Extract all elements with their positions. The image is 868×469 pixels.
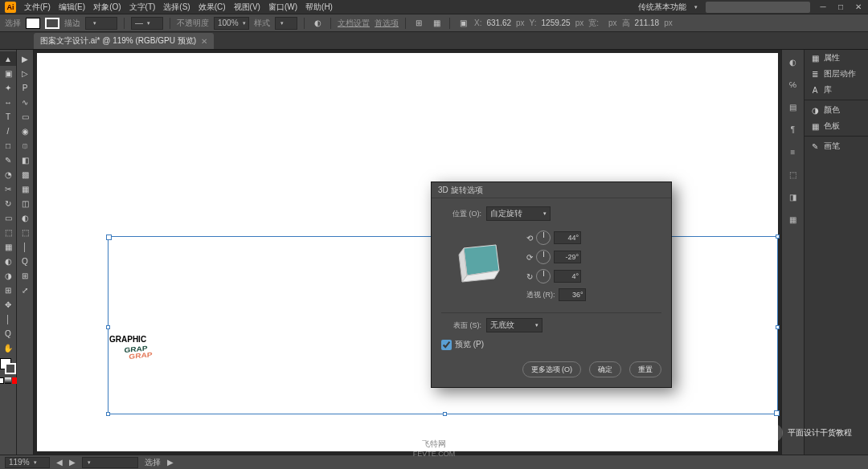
zoom-dropdown[interactable]: 119%	[5, 457, 50, 468]
line-tool[interactable]: /	[0, 124, 16, 138]
h-value[interactable]: 211.18	[635, 18, 660, 27]
surface-dropdown[interactable]: 无底纹▾	[486, 318, 542, 332]
3d-rotate-dialog[interactable]: 3D 旋转选项 位置 (O): 自定旋转▾ ⟲ ⟳ ↻ 透视 (R): 表面	[431, 181, 672, 388]
column-graph-tool[interactable]: ◫	[17, 196, 33, 210]
rotation-cube-widget[interactable]	[449, 230, 510, 292]
y-angle-input[interactable]	[554, 251, 581, 263]
more-options-button[interactable]: 更多选项 (O)	[522, 361, 582, 377]
slice-select-tool[interactable]: ⊞	[17, 268, 33, 283]
hand-tool[interactable]: ✋	[0, 341, 16, 355]
menu-type[interactable]: 文字(T)	[129, 2, 156, 13]
pathfinder-panel-icon[interactable]: ▦	[784, 210, 802, 228]
menu-file[interactable]: 文件(F)	[24, 2, 51, 13]
recolor-icon[interactable]: ◐	[311, 17, 324, 30]
z-angle-input[interactable]	[554, 270, 581, 283]
artboard-tool[interactable]: ▣	[0, 66, 16, 80]
fill-swatch[interactable]	[26, 18, 40, 29]
paragraph-panel-icon[interactable]: ≡	[784, 143, 802, 161]
warp-tool[interactable]: ▩	[17, 167, 33, 181]
align-icon[interactable]: ⊞	[412, 17, 425, 30]
status-nav-next-icon[interactable]: ▶	[69, 458, 76, 467]
lasso-tool[interactable]: ↔	[0, 95, 16, 109]
ok-button[interactable]: 确定	[589, 361, 621, 377]
transform-icon[interactable]: ▦	[430, 17, 443, 30]
measure-tool[interactable]: │	[17, 239, 33, 254]
character-panel-icon[interactable]: ¶	[784, 120, 802, 138]
document-tab[interactable]: 图案文字设计.ai* @ 119% (RGB/GPU 预览) ✕	[34, 33, 214, 49]
group-select-tool[interactable]: ▷	[17, 66, 33, 80]
workspace-switcher[interactable]: 传统基本功能	[638, 2, 686, 13]
paintbrush-tool[interactable]: ✎	[0, 153, 16, 167]
stroke-swatch[interactable]	[45, 18, 59, 29]
y-value[interactable]: 1259.25	[542, 18, 571, 27]
blend-tool[interactable]: │	[0, 312, 16, 326]
shape-builder-tool[interactable]: ▦	[0, 239, 16, 254]
close-icon[interactable]: ✕	[854, 2, 863, 11]
magic-wand-tool[interactable]: ✦	[0, 80, 16, 95]
menu-help[interactable]: 帮助(H)	[305, 2, 333, 13]
rotate-tool[interactable]: ↻	[0, 196, 16, 210]
status-nav-prev-icon[interactable]: ◀	[56, 458, 63, 467]
rectangle-tool[interactable]: □	[0, 138, 16, 153]
print-tiling-tool[interactable]: Q	[17, 254, 33, 268]
layers-panel-tab[interactable]: ≣图层动作	[805, 66, 868, 82]
live-paint-tool[interactable]: ▦	[17, 181, 33, 196]
doc-setup-link[interactable]: 文档设置	[338, 18, 370, 29]
scissors-tool[interactable]: ✂	[0, 181, 16, 196]
symbol-sprayer-tool[interactable]: ⬚	[17, 225, 33, 239]
color-panel-tab[interactable]: ◑颜色	[805, 102, 868, 118]
properties-panel-tab[interactable]: ▦属性	[805, 50, 868, 66]
swatches-panel-tab[interactable]: ▦色板	[805, 118, 868, 134]
brush-dropdown[interactable]: —	[131, 17, 163, 30]
libraries-panel-tab[interactable]: A库	[805, 82, 868, 98]
x-angle-dial[interactable]	[536, 230, 551, 245]
x-value[interactable]: 631.62	[486, 18, 511, 27]
shaper-tool[interactable]: ◔	[0, 167, 16, 181]
minimize-icon[interactable]: ─	[818, 2, 828, 11]
x-angle-input[interactable]	[554, 231, 581, 244]
curvature-tool[interactable]: ∿	[17, 95, 33, 109]
slice-tool[interactable]: ◐	[17, 210, 33, 225]
menu-edit[interactable]: 编辑(E)	[59, 2, 85, 13]
menu-effect[interactable]: 效果(C)	[199, 2, 226, 13]
perspective-input[interactable]	[559, 288, 586, 301]
pen-tool[interactable]: P	[17, 80, 33, 95]
direct-select-tool[interactable]: ▶	[17, 51, 33, 66]
selection-tool[interactable]: ▲	[0, 51, 16, 66]
ellipse-tool[interactable]: ◉	[17, 124, 33, 138]
eraser-tool[interactable]: ⎅	[17, 138, 33, 153]
width-tool[interactable]: ▭	[0, 210, 16, 225]
status-expand-icon[interactable]: ▶	[167, 458, 174, 467]
tab-close-icon[interactable]: ✕	[201, 37, 207, 46]
transform-panel-icon[interactable]: ⬚	[784, 165, 802, 183]
preview-checkbox[interactable]: 预览 (P)	[441, 339, 484, 350]
color-panel-icon[interactable]: ◐	[784, 53, 802, 71]
eyedropper-tool[interactable]: ✥	[0, 297, 16, 312]
anchor-icon[interactable]: ▣	[457, 17, 469, 30]
artboard-nav-dropdown[interactable]	[82, 457, 138, 468]
move-tool[interactable]: ⤢	[17, 283, 33, 297]
dialog-titlebar[interactable]: 3D 旋转选项	[432, 182, 671, 198]
perspective-tool[interactable]: ◐	[0, 254, 16, 268]
menu-view[interactable]: 视图(V)	[234, 2, 260, 13]
position-dropdown[interactable]: 自定旋转▾	[486, 206, 551, 221]
swatches-panel-icon[interactable]: ▤	[784, 98, 802, 116]
y-angle-dial[interactable]	[536, 250, 551, 264]
z-angle-dial[interactable]	[536, 269, 551, 283]
style-dropdown[interactable]	[275, 17, 297, 30]
normal-draw-mode-icon[interactable]	[0, 377, 4, 384]
gradient-tool[interactable]: ⊞	[0, 283, 16, 297]
zoom-tool[interactable]: Q	[0, 326, 16, 341]
cancel-button[interactable]: 重置	[629, 361, 661, 377]
free-transform-tool[interactable]: ⬚	[0, 225, 16, 239]
prefs-link[interactable]: 首选项	[375, 18, 399, 29]
color-indicator[interactable]	[0, 358, 16, 374]
menu-window[interactable]: 窗口(W)	[268, 2, 297, 13]
search-input[interactable]	[706, 2, 810, 13]
color-guide-panel-icon[interactable]: ℅	[784, 75, 802, 93]
stroke-color-icon[interactable]	[5, 363, 16, 374]
gradient-mode-icon[interactable]	[5, 377, 11, 384]
menu-object[interactable]: 对象(O)	[93, 2, 121, 13]
rect-tool[interactable]: ▭	[17, 109, 33, 124]
type-tool[interactable]: T	[0, 109, 16, 124]
